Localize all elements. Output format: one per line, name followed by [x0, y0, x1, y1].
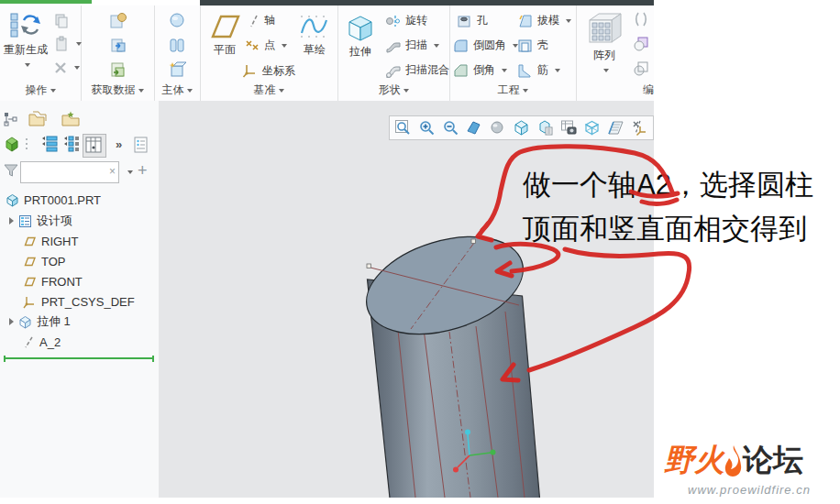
filter-clear-icon[interactable]: × — [109, 165, 116, 178]
insert-here-indicator[interactable] — [4, 356, 154, 362]
tree-item-axis-a2[interactable]: A_2 — [23, 333, 61, 351]
watermark-url: www.proewildfire.cn — [664, 483, 834, 497]
filter-dropdown-caret[interactable] — [127, 170, 133, 174]
csys-tree-icon — [23, 295, 37, 309]
point-caret[interactable] — [282, 44, 287, 48]
group-label-shapes[interactable]: 形状 — [337, 82, 449, 98]
zoom-out-button[interactable] — [440, 117, 461, 138]
body-pair-button[interactable] — [168, 36, 186, 54]
extrude-label: 拉伸 — [341, 44, 380, 60]
zoom-in-button[interactable] — [416, 117, 437, 138]
revolve-button[interactable]: 旋转 — [385, 13, 427, 28]
annotation-line-1: 做一个轴A2，选择圆柱 — [523, 163, 813, 207]
point-icon — [244, 38, 260, 53]
tree-item-right-plane[interactable]: RIGHT — [23, 232, 78, 250]
hole-button[interactable]: 孔 — [457, 13, 488, 28]
repaint-button[interactable] — [463, 117, 484, 138]
delete-button[interactable] — [53, 60, 80, 75]
datum-axis-button[interactable]: 轴 — [248, 13, 275, 28]
datum-csys-button[interactable]: 坐标系 — [242, 62, 295, 79]
expand-arrow-icon[interactable] — [9, 318, 14, 325]
rib-button[interactable]: 筋 — [517, 62, 560, 78]
refit-icon — [394, 119, 412, 137]
tree-item-top-plane[interactable]: TOP — [23, 252, 66, 270]
shrinkwrap-button[interactable] — [108, 60, 128, 81]
datum-handle[interactable] — [367, 264, 371, 268]
tree-list-icon[interactable] — [40, 136, 59, 152]
import-button[interactable] — [108, 11, 128, 31]
merge-button[interactable] — [633, 60, 649, 77]
group-label-get-data[interactable]: 获取数据 — [81, 82, 154, 98]
filter-funnel-icon[interactable] — [4, 163, 18, 178]
sweep-button[interactable]: 扫描 — [385, 38, 439, 53]
delete-caret[interactable] — [74, 66, 80, 70]
datum-display-button[interactable] — [629, 117, 650, 138]
capture-icon — [560, 119, 578, 137]
sketch-button[interactable]: 草绘 — [295, 13, 334, 58]
capture-button[interactable] — [558, 117, 580, 138]
perspective-button[interactable] — [582, 117, 603, 138]
tree-item-design-items[interactable]: 设计项 — [9, 212, 72, 230]
tree-item-extrude-1[interactable]: 拉伸 1 — [9, 312, 71, 331]
saved-orientations-button[interactable] — [511, 117, 532, 138]
regenerate-caret[interactable] — [25, 63, 30, 67]
sweep-caret[interactable] — [434, 44, 439, 48]
draft-caret[interactable] — [566, 19, 571, 23]
axis-icon — [248, 14, 260, 28]
shell-button[interactable]: 壳 — [517, 38, 548, 53]
mirror-button[interactable] — [633, 11, 649, 27]
body-sphere-button[interactable] — [168, 11, 186, 29]
new-body-button[interactable] — [168, 60, 186, 79]
filter-add-button[interactable]: + — [138, 161, 148, 181]
tree-columns-icon[interactable] — [62, 136, 81, 152]
view-manager-button[interactable] — [535, 117, 556, 138]
paste-icon — [53, 36, 70, 52]
rib-caret[interactable] — [555, 69, 560, 72]
trim-button[interactable] — [633, 36, 649, 52]
pattern-button[interactable]: 阵列 — [583, 11, 625, 76]
copy-button[interactable] — [53, 13, 70, 29]
tree-item-front-plane[interactable]: FRONT — [23, 272, 83, 290]
graphics-area[interactable] — [159, 101, 654, 498]
regenerate-button[interactable]: 重新生成 — [2, 9, 50, 71]
datum-plane-button[interactable]: 平面 — [205, 13, 244, 58]
display-style-button[interactable] — [487, 117, 508, 138]
chamfer-label: 倒角 — [473, 62, 495, 78]
model-cylinder[interactable] — [159, 101, 654, 498]
favorites-tab-icon[interactable] — [61, 110, 81, 128]
extrude-button[interactable]: 拉伸 — [341, 13, 380, 60]
swept-blend-button[interactable]: 扫描混合 — [385, 62, 449, 78]
chamfer-caret[interactable] — [502, 69, 507, 72]
pattern-caret[interactable] — [603, 69, 609, 72]
more-tools-chevron[interactable]: » — [116, 137, 122, 151]
regenerate-icon — [9, 9, 42, 40]
refit-button[interactable] — [392, 117, 414, 138]
datum-handle[interactable] — [471, 239, 476, 244]
tree-view-icon[interactable] — [4, 112, 18, 126]
group-label-body[interactable]: 主体 — [154, 82, 200, 98]
tree-item-csys[interactable]: PRT_CSYS_DEF — [23, 292, 135, 311]
model-tree-tab-icon[interactable] — [28, 110, 48, 128]
shrinkwrap-icon — [108, 60, 128, 81]
tree-filter-box: × — [20, 161, 119, 183]
round-button[interactable]: 倒圆角 — [453, 38, 518, 53]
settings-doc-icon[interactable] — [132, 136, 150, 154]
tree-filters-button[interactable] — [83, 134, 106, 158]
chamfer-button[interactable]: 倒角 — [453, 62, 507, 78]
group-label-edit[interactable]: 编 — [576, 82, 654, 98]
tree-item-part-root[interactable]: PRT0001.PRT — [6, 191, 101, 209]
section-button[interactable] — [605, 117, 626, 138]
copy-geometry-button[interactable] — [108, 36, 128, 56]
draft-label: 拔模 — [537, 13, 559, 28]
group-label-datum[interactable]: 基准 — [200, 82, 337, 98]
datum-point-button[interactable]: 点 — [244, 38, 287, 53]
group-label-engineering[interactable]: 工程 — [449, 82, 576, 98]
expand-arrow-icon[interactable] — [9, 217, 14, 225]
part-mode-icon[interactable] — [4, 136, 20, 152]
revolve-icon — [385, 14, 402, 28]
paste-button[interactable] — [53, 36, 82, 52]
group-label-operations[interactable]: 操作 — [0, 82, 81, 98]
tree-filter-input[interactable] — [24, 163, 105, 181]
rib-icon — [517, 63, 534, 78]
draft-button[interactable]: 拔模 — [517, 13, 571, 28]
